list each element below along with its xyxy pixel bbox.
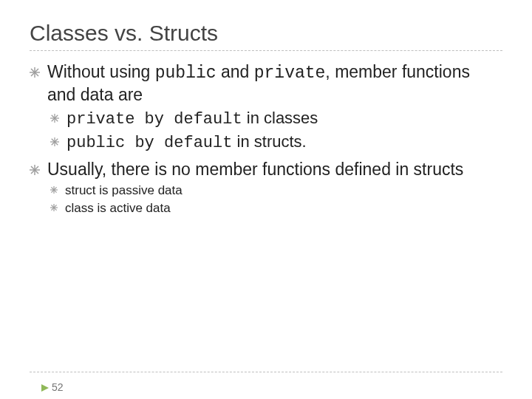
title-divider bbox=[30, 50, 502, 51]
bullet-1-text: Without using public and private, member… bbox=[47, 61, 502, 106]
bullet-2a-text: struct is passive data bbox=[65, 183, 183, 200]
burst-icon bbox=[30, 61, 40, 106]
slide-title: Classes vs. Structs bbox=[30, 21, 502, 46]
burst-icon bbox=[30, 159, 40, 180]
bullet-1a-text: private by default in classes bbox=[66, 108, 318, 131]
burst-icon bbox=[50, 132, 59, 154]
bullet-1a: private by default in classes bbox=[50, 108, 502, 131]
bullet-2: Usually, there is no member functions de… bbox=[30, 159, 502, 180]
bullet-2b: class is active data bbox=[50, 200, 502, 217]
burst-icon bbox=[50, 108, 59, 131]
bullet-1: Without using public and private, member… bbox=[30, 61, 502, 106]
bullet-2b-text: class is active data bbox=[65, 200, 171, 217]
burst-icon bbox=[50, 200, 58, 217]
bullet-2-text: Usually, there is no member functions de… bbox=[47, 159, 463, 180]
footer-divider bbox=[30, 372, 502, 372]
burst-icon bbox=[50, 183, 58, 200]
svg-marker-24 bbox=[41, 384, 49, 392]
bullet-2a: struct is passive data bbox=[50, 183, 502, 200]
slide: Classes vs. Structs Without using public… bbox=[0, 0, 532, 399]
bullet-1b: public by default in structs. bbox=[50, 132, 502, 154]
bullet-1b-text: public by default in structs. bbox=[66, 132, 307, 154]
page-number: 52 bbox=[41, 381, 64, 393]
